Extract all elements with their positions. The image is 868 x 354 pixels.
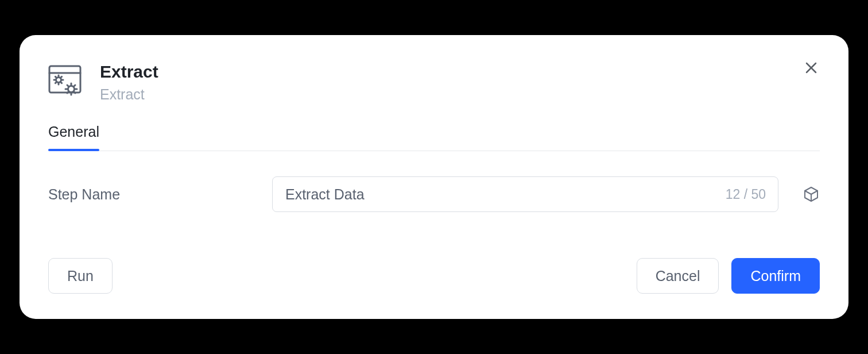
svg-line-16 [67, 85, 69, 87]
extract-app-icon [48, 65, 86, 98]
step-name-input-wrap: 12 / 50 [272, 176, 778, 212]
svg-line-7 [55, 76, 56, 78]
header-text-block: Extract Extract [100, 61, 158, 103]
modal-header: Extract Extract [48, 61, 820, 103]
cube-icon [804, 186, 819, 202]
confirm-button[interactable]: Confirm [731, 258, 820, 294]
step-name-input[interactable] [272, 176, 778, 212]
tabs: General [48, 124, 820, 151]
close-button[interactable] [803, 59, 820, 76]
svg-line-9 [55, 82, 56, 83]
svg-line-10 [60, 76, 61, 78]
cancel-button[interactable]: Cancel [637, 258, 719, 294]
close-icon [804, 61, 818, 75]
run-button[interactable]: Run [48, 258, 113, 294]
tab-general-label: General [48, 124, 99, 140]
footer-right-group: Cancel Confirm [637, 258, 820, 294]
svg-line-18 [67, 91, 69, 93]
svg-line-17 [73, 91, 75, 93]
run-button-label: Run [67, 268, 94, 284]
tab-general[interactable]: General [48, 124, 99, 151]
confirm-button-label: Confirm [750, 268, 801, 284]
step-name-row: Step Name 12 / 50 [48, 176, 820, 212]
step-name-label: Step Name [48, 186, 261, 203]
extract-modal: Extract Extract General Step Name 12 / 5… [20, 35, 848, 319]
modal-title: Extract [100, 61, 158, 82]
modal-subtitle: Extract [100, 86, 158, 103]
svg-line-8 [60, 82, 61, 83]
variable-picker-button[interactable] [803, 186, 820, 203]
svg-line-19 [73, 85, 75, 87]
modal-footer: Run Cancel Confirm [48, 258, 820, 294]
cancel-button-label: Cancel [656, 268, 700, 284]
